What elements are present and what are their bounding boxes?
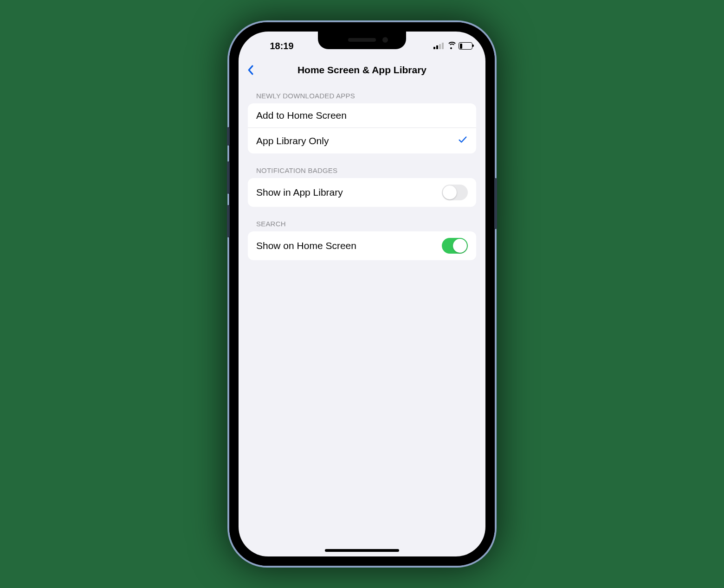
search-group: Show on Home Screen — [248, 231, 476, 260]
notch — [318, 32, 406, 49]
page-title: Home Screen & App Library — [239, 64, 485, 76]
battery-icon — [459, 42, 472, 50]
back-button[interactable] — [243, 63, 257, 77]
volume-up-button[interactable] — [227, 161, 230, 194]
option-add-to-home-screen[interactable]: Add to Home Screen — [248, 103, 476, 128]
option-app-library-only[interactable]: App Library Only — [248, 128, 476, 153]
section-header-newly-downloaded: NEWLY DOWNLOADED APPS — [256, 92, 468, 100]
option-label: Add to Home Screen — [256, 110, 347, 121]
wifi-icon — [446, 43, 456, 49]
row-show-on-home-screen: Show on Home Screen — [248, 231, 476, 260]
device-frame: 18:19 — [227, 20, 497, 568]
nav-bar: Home Screen & App Library — [239, 58, 485, 82]
option-label: App Library Only — [256, 135, 329, 147]
mute-switch[interactable] — [227, 127, 230, 146]
notification-badges-group: Show in App Library — [248, 178, 476, 207]
section-header-search: SEARCH — [256, 220, 468, 228]
row-label: Show in App Library — [256, 187, 343, 198]
clock: 18:19 — [252, 41, 312, 51]
newly-downloaded-group: Add to Home Screen App Library Only — [248, 103, 476, 153]
screen: 18:19 — [239, 32, 485, 556]
checkmark-icon — [458, 134, 468, 147]
cellular-icon — [433, 43, 444, 49]
row-label: Show on Home Screen — [256, 240, 356, 251]
row-show-in-app-library: Show in App Library — [248, 178, 476, 207]
volume-down-button[interactable] — [227, 205, 230, 237]
toggle-show-on-home-screen[interactable] — [442, 238, 468, 254]
toggle-show-in-app-library[interactable] — [442, 185, 468, 200]
side-button[interactable] — [494, 178, 497, 229]
chevron-left-icon — [247, 65, 253, 75]
home-indicator[interactable] — [325, 549, 399, 552]
section-header-notification-badges: NOTIFICATION BADGES — [256, 166, 468, 174]
